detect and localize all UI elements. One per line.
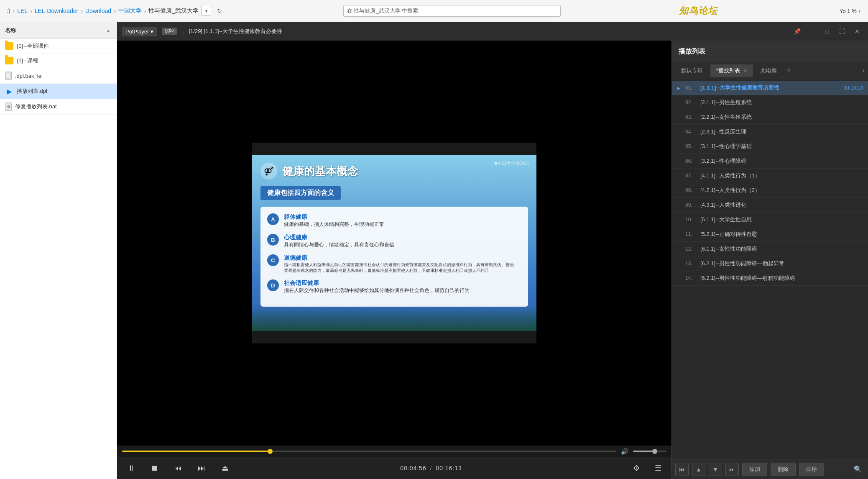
playlist-item[interactable]: 14. [6.2.1]--男性性功能障碍—射精功能障碍 [672,271,868,286]
title-sep: | [182,28,184,35]
potplayer-menu-btn[interactable]: PotPlayer ▾ [122,27,157,36]
playlist-item[interactable]: ▶ 01. [1.1.1]--大学生性健康教育必要性 00:16:13 [672,81,868,95]
menu-btn[interactable]: ☰ [651,461,665,475]
item-title: [2.2.1]--女性生殖系统 [700,113,837,121]
item-title: [4.2.1]--人类性行为（2） [700,187,837,194]
slide-icon: ⚤ [260,163,277,179]
playlist-item[interactable]: 11. [5.2.1]--正确对待性自慰 [672,227,868,242]
playlist-down-btn[interactable]: ▼ [709,463,722,476]
sidebar-item-repair-bat[interactable]: ⚙ 修复播放列表.bat [0,99,117,115]
item-number: 09. [685,202,697,208]
tab-forward-btn[interactable]: › [862,66,865,75]
minimize-btn[interactable]: — [806,26,818,37]
settings-btn[interactable]: ⚙ [630,461,643,475]
fullscreen-btn[interactable]: ⛶ [836,26,848,37]
item-number: 06. [685,158,697,164]
playlist-item[interactable]: 09. [4.3.1]--人类性进化 [672,198,868,213]
playlist-items[interactable]: ▶ 01. [1.1.1]--大学生性健康教育必要性 00:16:13 02. … [672,79,868,459]
playlist-item[interactable]: 10. [5.1.1]--大学生性自慰 [672,213,868,227]
playlist-up-btn[interactable]: ▲ [692,463,705,476]
playlist-delete-btn[interactable]: 删除 [771,463,796,476]
item-title: [6.2.1]--男性性功能障碍—射精功能障碍 [700,274,837,282]
playlist-add-btn[interactable]: 添加 [742,463,767,476]
playlist-item[interactable]: 12. [6.1.1]--女性性功能障碍 [672,242,868,256]
tab-playlist[interactable]: *播放列表 ✕ [710,64,753,77]
top-status: Yo 1 % + [840,8,861,14]
item-desc-d: 指在人际交往和各种社会活动中能够恰如其分地扮演各种社会角色，规范自己的行为 [284,287,470,294]
playlist-item[interactable]: 04. [2.3.1]--性反应生理 [672,125,868,139]
eject-btn[interactable]: ⏏ [217,461,232,476]
item-title: [5.2.1]--正确对待性自慰 [700,231,837,238]
tab-default-album[interactable]: 默认专辑 [675,64,709,77]
volume-track[interactable] [633,451,666,452]
tab-this-pc[interactable]: 此电脑 [755,64,783,77]
breadcrumb-lel-downloader[interactable]: LEL-Downloader [35,8,78,14]
player-container: PotPlayer ▾ MP4 | [1/29] [1.1.1]--大学生性健康… [117,22,868,479]
progress-track[interactable] [122,451,616,452]
slide-content: ■中国大学MOOC ⚤ 健康的基本概念 健康包括四方面的含义 A [252,143,536,343]
pin-btn[interactable]: 📌 [791,26,803,37]
volume-thumb[interactable] [652,449,657,454]
breadcrumb-zhongguo[interactable]: 中国大学 [118,7,142,15]
pause-btn[interactable]: ⏸ [124,461,139,476]
brand-logo: 知鸟论坛 [679,5,717,17]
breadcrumb-lel[interactable]: LEL [17,8,28,14]
playlist-item[interactable]: 03. [2.2.1]--女性生殖系统 [672,110,868,125]
item-number: 07. [685,173,697,179]
playlist-item[interactable]: 02. [2.1.1]--男性生殖系统 [672,95,868,110]
sidebar-item-playlist-dpl[interactable]: ▶ 播放列表.dpl [0,84,117,99]
sidebar-scroll-up[interactable]: ▲ [105,27,112,34]
sidebar-header: 名称 ▲ [0,22,117,39]
slide-item-d: D 社会适应健康 指在人际交往和各种社会活动中能够恰如其分地扮演各种社会角色，规… [267,279,521,294]
playlist-last-btn[interactable]: ⏭ [725,463,739,476]
search-box[interactable]: 在 性与健康_武汉大学 中搜索 [343,5,561,17]
play-indicator-icon: ▶ [677,86,682,90]
sidebar-label: {0}--全部课件 [17,42,49,50]
playlist-item[interactable]: 05. [3.1.1]--性心理学基础 [672,139,868,154]
item-desc-c: 指不能损害他人利益来满足自己的需要能按照社会认可的道德行为规范慎能束及支配自己的… [284,262,521,274]
volume-icon: 🔊 [621,448,628,455]
item-title: [3.1.1]--性心理学基础 [700,143,837,150]
tab-add-btn[interactable]: + [784,66,794,75]
playlist-item[interactable]: 08. [4.2.1]--人类性行为（2） [672,183,868,198]
item-title: [4.3.1]--人类性进化 [700,201,837,209]
stop-btn[interactable]: ⏹ [147,461,162,476]
item-number: 13. [685,261,697,266]
item-number: 14. [685,275,697,281]
main-layout: 名称 ▲ {0}--全部课件 {1}--课程 📄 .dpl.bak_lel ▶ … [0,22,868,479]
bullet-c: C [267,254,279,266]
video-area: ■中国大学MOOC ⚤ 健康的基本概念 健康包括四方面的含义 A [117,41,671,479]
playlist-footer: ⏮ ▲ ▼ ⏭ 添加 删除 排序 🔍 [672,459,868,479]
breadcrumb-dropdown-btn[interactable]: ▾ [201,6,211,16]
item-title: [6.1.1]--女性性功能障碍 [700,245,837,253]
breadcrumb-download[interactable]: Download [85,8,111,14]
next-btn[interactable]: ⏭ [194,461,209,476]
playlist-item[interactable]: 06. [3.2.1]--性心理障碍 [672,154,868,169]
breadcrumb-root[interactable]: :) [7,8,10,14]
potplayer-arrow: ▾ [151,28,153,35]
item-title: [3.2.1]--性心理障碍 [700,157,837,165]
maximize-btn[interactable]: □ [821,26,833,37]
sidebar-item-dpl-bak[interactable]: 📄 .dpl.bak_lel [0,68,117,84]
sidebar-item-all-courses[interactable]: {0}--全部课件 [0,39,117,54]
breadcrumb-refresh-btn[interactable]: ↻ [214,6,225,16]
playlist-item[interactable]: 13. [6.2.1]--男性性功能障碍—勃起异常 [672,256,868,271]
item-number: 10. [685,217,697,223]
item-title: [2.1.1]--男性生殖系统 [700,99,837,106]
sidebar-item-course[interactable]: {1}--课程 [0,54,117,68]
prev-btn[interactable]: ⏮ [171,461,186,476]
playlist-item[interactable]: 07. [4.1.1]--人类性行为（1） [672,169,868,183]
playlist-first-btn[interactable]: ⏮ [675,463,689,476]
playlist-search-btn[interactable]: 🔍 [851,463,865,476]
playlist-tabs: 默认专辑 *播放列表 ✕ 此电脑 + › [672,62,868,79]
progress-thumb[interactable] [268,449,273,454]
tab-close-icon[interactable]: ✕ [743,68,747,73]
slide-decoration [252,306,536,331]
playlist-panel: 播放列表 默认专辑 *播放列表 ✕ 此电脑 + › ▶ 01 [671,41,868,479]
progress-fill [122,451,270,452]
close-btn[interactable]: ✕ [851,26,863,37]
bullet-d: D [267,279,279,291]
total-time: 00:16:13 [436,465,462,471]
playlist-sort-btn[interactable]: 排序 [799,463,824,476]
progress-bar-area: 🔊 [117,446,671,457]
